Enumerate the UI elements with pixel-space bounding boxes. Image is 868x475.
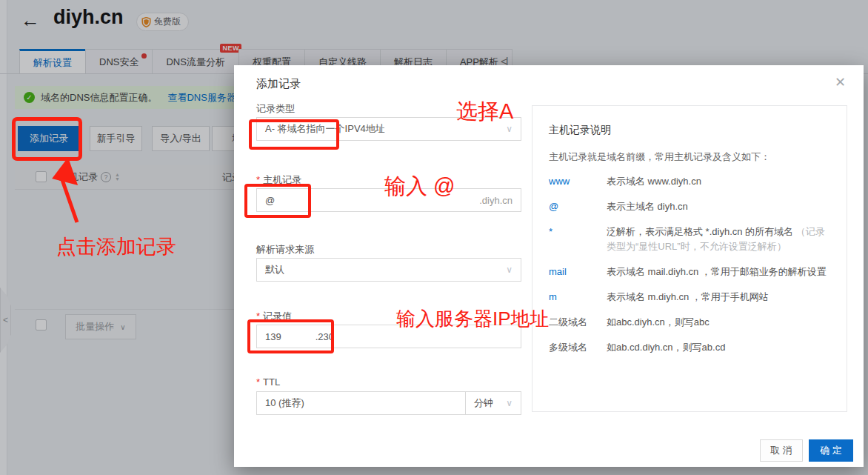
record-value-suffix: .230 [316, 331, 334, 342]
ttl-unit-select[interactable]: 分钟 ∨ [465, 391, 521, 415]
host-record-input[interactable]: @ .diyh.cn [256, 188, 521, 212]
help-desc: 如abc.diyh.cn，则写abc [607, 315, 830, 330]
required-asterisk: * [256, 376, 260, 388]
resolve-line-select[interactable]: 默认 ∨ [256, 258, 521, 282]
required-asterisk: * [256, 310, 260, 322]
domain-suffix: .diyh.cn [479, 195, 513, 206]
dns-console-screen: < ← diyh.cn 免费版 解析设置 DNS安全 DNS流量分析NEW 权重… [0, 0, 868, 475]
help-row: *泛解析，表示满足格式 *.diyh.cn 的所有域名 （记录类型为“显性URL… [549, 225, 830, 254]
help-desc: 泛解析，表示满足格式 *.diyh.cn 的所有域名 （记录类型为“显性URL”… [607, 225, 830, 254]
resolve-line-value: 默认 [265, 263, 284, 276]
help-key: 二级域名 [549, 315, 607, 330]
help-key: * [549, 225, 607, 254]
chevron-down-icon: ∨ [506, 265, 513, 275]
record-value-prefix: 139 [265, 331, 281, 342]
required-asterisk: * [256, 174, 260, 185]
record-type-select[interactable]: A- 将域名指向一个IPV4地址 ∨ [256, 117, 521, 141]
help-title: 主机记录说明 [549, 124, 830, 137]
record-type-label: 记录类型 [256, 102, 295, 116]
help-desc: 表示域名 m.diyh.cn ，常用于手机网站 [607, 290, 830, 305]
help-desc: 如ab.cd.diyh.cn，则写ab.cd [607, 340, 830, 355]
help-row: 多级域名如ab.cd.diyh.cn，则写ab.cd [549, 340, 830, 355]
resolve-line-label: 解析请求来源 [256, 243, 314, 256]
add-record-modal: 添加记录 ✕ 记录类型 A- 将域名指向一个IPV4地址 ∨ *主机记录 @ .… [234, 65, 864, 467]
help-row: m表示域名 m.diyh.cn ，常用于手机网站 [549, 290, 830, 305]
close-icon[interactable]: ✕ [835, 74, 846, 90]
help-key: www [549, 174, 607, 189]
chevron-down-icon: ∨ [506, 124, 513, 134]
help-desc: 表示域名 www.diyh.cn [607, 174, 830, 189]
help-row: www表示域名 www.diyh.cn [549, 174, 830, 189]
host-record-value: @ [265, 195, 275, 206]
help-intro: 主机记录就是域名前缀，常用主机记录及含义如下： [549, 150, 830, 164]
host-record-label: *主机记录 [256, 173, 301, 187]
help-desc: 表示主域名 diyh.cn [607, 199, 830, 214]
record-value-label: *记录值 [256, 310, 292, 323]
modal-title: 添加记录 [256, 77, 301, 91]
help-key: mail [549, 265, 607, 279]
help-desc: 表示域名 mail.diyh.cn ，常用于邮箱业务的解析设置 [607, 265, 830, 279]
host-record-help-panel: 主机记录说明 主机记录就是域名前缀，常用主机记录及含义如下： www表示域名 w… [532, 105, 847, 412]
help-row: @表示主域名 diyh.cn [549, 199, 830, 214]
ttl-input[interactable]: 10 (推荐) [256, 391, 466, 415]
ttl-label: *TTL [256, 376, 280, 388]
chevron-down-icon: ∨ [506, 398, 513, 408]
help-key: @ [549, 199, 607, 214]
help-row: mail表示域名 mail.diyh.cn ，常用于邮箱业务的解析设置 [549, 265, 830, 279]
help-row: 二级域名如abc.diyh.cn，则写abc [549, 315, 830, 330]
ttl-value: 10 (推荐) [265, 396, 304, 410]
cancel-button[interactable]: 取 消 [760, 439, 803, 462]
help-key: m [549, 290, 607, 305]
help-key: 多级域名 [549, 340, 607, 355]
ttl-unit-value: 分钟 [474, 396, 493, 410]
confirm-button[interactable]: 确 定 [809, 439, 853, 462]
record-type-value: A- 将域名指向一个IPV4地址 [265, 122, 385, 136]
record-value-input[interactable]: 139 .230 [256, 325, 521, 348]
